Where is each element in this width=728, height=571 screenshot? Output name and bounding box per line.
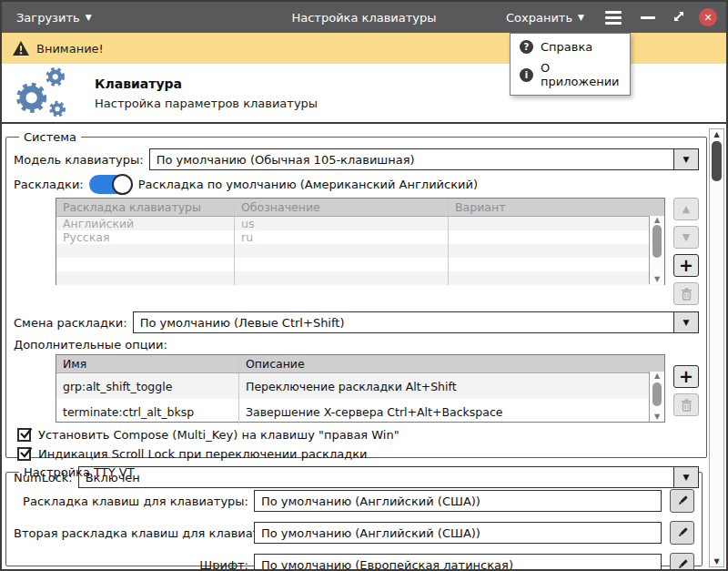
layout-switch-select[interactable]: По умолчанию (Левые Ctrl+Shift) ▼	[133, 311, 699, 333]
table-row-empty	[56, 258, 664, 271]
pencil-icon	[676, 526, 689, 539]
options-table-scrollbar[interactable]: ▲ ▼	[649, 372, 664, 422]
toggle-knob	[112, 174, 133, 195]
scroll-down-icon: ▼	[654, 413, 660, 421]
compose-checkbox[interactable]	[17, 428, 31, 442]
layouts-table: Раскладка клавиатуры Обозначение Вариант…	[56, 198, 665, 285]
system-group-legend: Система	[19, 130, 81, 144]
warning-text: Внимание!	[36, 42, 104, 56]
table-row[interactable]: terminate:ctrl_alt_bksp Завершение X-сер…	[56, 399, 664, 424]
tty-layout-field[interactable]: По умолчанию (Английский (США))	[254, 490, 662, 512]
table-row[interactable]: Английский us	[56, 217, 664, 230]
layouts-table-scrollbar[interactable]: ▲ ▼	[649, 216, 664, 284]
layouts-toggle-text: Раскладка по умолчанию (Американский Анг…	[138, 178, 478, 191]
move-up-button[interactable]: ▲	[673, 198, 699, 220]
pencil-icon	[676, 495, 689, 507]
compose-checkbox-label[interactable]: Установить Compose (Multi_Key) на клавиш…	[38, 428, 399, 442]
maximize-icon	[672, 9, 686, 24]
column-header-name: Имя	[56, 355, 238, 372]
keyboard-model-label: Модель клавиатуры:	[14, 153, 144, 167]
chevron-down-icon: ▼	[86, 13, 92, 22]
menu-item-about[interactable]: i О приложении	[511, 57, 630, 92]
save-menu-button[interactable]: Сохранить ▼	[500, 7, 590, 28]
layouts-table-header: Раскладка клавиатуры Обозначение Вариант	[56, 199, 664, 217]
maximize-button[interactable]	[672, 9, 686, 26]
edit-tty-font-button[interactable]	[670, 553, 694, 571]
page-subtitle: Настройка параметров клавиатуры	[95, 97, 318, 110]
compose-checkbox-row: Установить Compose (Multi_Key) на клавиш…	[17, 428, 699, 442]
extra-options-label: Дополнительные опции:	[14, 338, 699, 352]
menu-item-help[interactable]: ? Справка	[511, 36, 630, 57]
add-option-button[interactable]: +	[673, 365, 699, 388]
warning-icon	[13, 41, 29, 56]
check-icon	[19, 426, 33, 440]
scrolllock-checkbox[interactable]	[17, 447, 31, 461]
column-header-description: Описание	[238, 355, 664, 372]
hamburger-menu-icon[interactable]	[602, 8, 624, 27]
scrollbar-thumb[interactable]	[712, 141, 722, 181]
column-header-layout: Раскладка клавиатуры	[56, 199, 234, 216]
scroll-up-icon: ▲	[654, 372, 660, 380]
layouts-label: Раскладки:	[14, 178, 84, 191]
numlock-select[interactable]: Включен ▼	[78, 466, 699, 488]
layout-switch-label: Смена раскладки:	[14, 316, 127, 330]
layout-switch-value: По умолчанию (Левые Ctrl+Shift)	[134, 312, 673, 332]
menu-item-about-label: О приложении	[541, 61, 621, 88]
default-layout-toggle[interactable]	[89, 175, 131, 194]
tty-font-field[interactable]: По умолчанию (Европейская латинская)	[254, 554, 662, 571]
scrolllock-checkbox-row: Индикация Scroll Lock при переключении р…	[17, 447, 699, 461]
table-row[interactable]: grp:alt_shift_toggle Переключение раскла…	[56, 373, 664, 399]
info-icon: i	[520, 68, 533, 82]
load-menu-button[interactable]: Загрузить ▼	[11, 7, 97, 28]
scroll-down-icon[interactable]: ▼	[710, 557, 723, 566]
trash-icon	[681, 288, 693, 301]
plus-icon: +	[679, 257, 693, 274]
scrollbar-thumb[interactable]	[652, 382, 662, 406]
app-window: Загрузить ▼ Настройка клавиатуры Сохрани…	[0, 0, 728, 571]
load-menu-label: Загрузить	[16, 11, 80, 25]
content-area: Система Модель клавиатуры: По умолчанию …	[2, 126, 726, 569]
tty-layout-label: Раскладка клавиш для клавиатуры:	[14, 495, 248, 508]
table-row-empty	[56, 271, 664, 285]
minimize-button[interactable]	[637, 16, 659, 19]
close-icon: ✕	[703, 12, 712, 24]
system-group: Система Модель клавиатуры: По умолчанию …	[5, 130, 707, 458]
options-table-header: Имя Описание	[56, 355, 664, 373]
column-header-code: Обозначение	[234, 199, 448, 216]
close-button[interactable]: ✕	[699, 8, 717, 26]
scrollbar-thumb[interactable]	[652, 225, 662, 258]
toolbar: Загрузить ▼ Настройка клавиатуры Сохрани…	[2, 2, 726, 33]
save-menu-label: Сохранить	[506, 11, 572, 25]
options-table: Имя Описание grp:alt_shift_toggle Перекл…	[56, 354, 665, 423]
tty-group-legend: Настройка TTY VT	[19, 465, 139, 479]
arrow-up-icon: ▲	[682, 203, 690, 215]
plus-icon: +	[679, 368, 693, 385]
menu-item-help-label: Справка	[541, 40, 592, 54]
scrolllock-checkbox-label[interactable]: Индикация Scroll Lock при переключении р…	[38, 447, 367, 461]
help-icon: ?	[520, 40, 533, 54]
main-scrollbar[interactable]: ▲ ▼	[709, 128, 724, 567]
minimize-icon	[641, 16, 655, 19]
tty-font-label: Шрифт:	[14, 558, 248, 571]
edit-tty-layout-button[interactable]	[670, 489, 694, 513]
trash-icon	[681, 399, 693, 412]
add-layout-button[interactable]: +	[673, 254, 699, 277]
save-dropdown-menu: ? Справка i О приложении	[510, 33, 631, 96]
keyboard-model-value: По умолчанию (Обычная 105-клавишная)	[150, 149, 673, 169]
chevron-down-icon: ▼	[673, 149, 698, 169]
scroll-down-icon: ▼	[654, 276, 660, 283]
tty-second-layout-label: Вторая раскладка клавиш для клавиатуры:	[14, 526, 248, 540]
scroll-up-icon[interactable]: ▲	[710, 130, 723, 138]
table-row[interactable]: Русская ru	[56, 230, 664, 244]
move-down-button[interactable]: ▼	[673, 226, 699, 249]
keyboard-settings-gears-icon	[9, 66, 82, 120]
delete-option-button[interactable]	[673, 393, 699, 416]
tty-second-layout-field[interactable]: По умолчанию (Английский (США))	[254, 522, 662, 544]
scroll-up-icon: ▲	[654, 217, 660, 224]
edit-tty-second-layout-button[interactable]	[670, 521, 694, 545]
pencil-icon	[676, 558, 689, 571]
keyboard-model-select[interactable]: По умолчанию (Обычная 105-клавишная) ▼	[149, 148, 699, 170]
arrow-down-icon: ▼	[682, 231, 690, 243]
table-row-empty	[56, 244, 664, 258]
delete-layout-button[interactable]	[673, 282, 699, 305]
